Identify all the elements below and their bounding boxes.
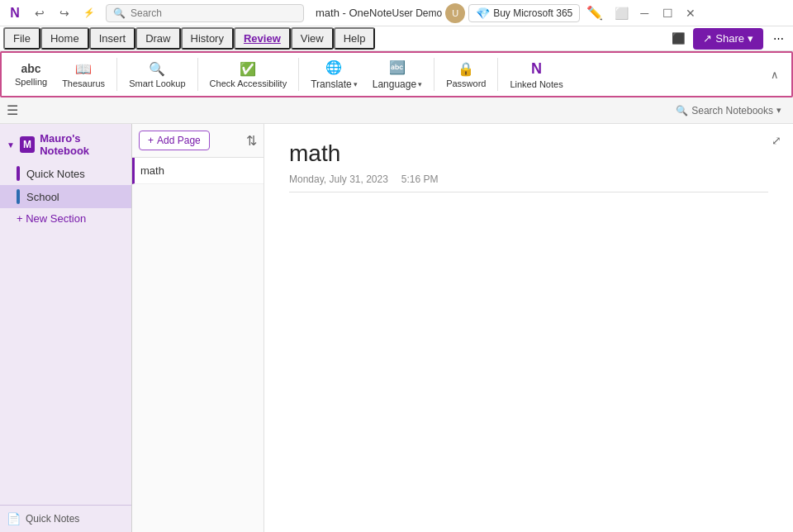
password-icon: 🔒	[458, 61, 474, 77]
autosave-button[interactable]: ⚡	[78, 3, 101, 23]
search-notebooks-bar: 🔍 Search Notebooks ▾	[671, 103, 786, 118]
menu-insert[interactable]: Insert	[89, 27, 136, 50]
language-chevron-icon: ▾	[418, 80, 422, 88]
check-accessibility-button[interactable]: ✅ Check Accessibility	[203, 58, 294, 92]
section-bar-school	[17, 189, 20, 204]
password-label: Password	[446, 78, 486, 88]
sidebar-footer[interactable]: 📄 Quick Notes	[0, 505, 131, 532]
ribbon-sep-2	[197, 58, 198, 91]
hamburger-button[interactable]: ☰	[7, 102, 18, 118]
sidebar-content: ▼ M Mauro's Notebook Quick Notes School …	[0, 124, 131, 505]
notebook-header[interactable]: ▼ M Mauro's Notebook	[0, 127, 131, 162]
language-icon: 🔤	[389, 59, 406, 75]
search-icon: 🔍	[113, 7, 126, 19]
linked-notes-icon: N	[531, 60, 542, 78]
share-icon: ↗	[703, 32, 712, 45]
search-notebooks-label: Search Notebooks	[691, 105, 773, 116]
notebooks-chevron-icon: ▾	[776, 105, 781, 116]
note-time: 5:16 PM	[401, 173, 439, 185]
title-search-box[interactable]: 🔍	[106, 4, 304, 22]
menu-help[interactable]: Help	[334, 27, 376, 50]
user-name: User Demo	[392, 7, 443, 19]
sidebar-item-quick-notes[interactable]: Quick Notes	[0, 162, 131, 185]
thesaurus-icon: 📖	[75, 61, 92, 77]
redo-button[interactable]: ↪	[53, 3, 76, 23]
notebook-view-button[interactable]: ⬜	[610, 3, 633, 23]
expand-icon: ⤢	[772, 134, 781, 147]
add-page-label: Add Page	[157, 135, 201, 146]
add-page-icon: +	[148, 135, 154, 146]
check-accessibility-label: Check Accessibility	[210, 78, 287, 88]
sort-pages-button[interactable]: ⇅	[246, 133, 257, 149]
page-item-math[interactable]: math	[132, 158, 264, 184]
share-label: Share	[715, 32, 744, 45]
menu-right: ⬛ ↗ Share ▾ ⋯	[667, 28, 790, 50]
language-button[interactable]: 🔤 Language ▾	[366, 56, 429, 93]
ribbon-sep-4	[434, 58, 434, 91]
search-notebooks-icon: 🔍	[676, 105, 688, 116]
pages-header: + Add Page ⇅	[132, 124, 264, 158]
spelling-icon: abc	[21, 62, 41, 75]
smart-lookup-label: Smart Lookup	[129, 78, 185, 88]
menu-view[interactable]: View	[291, 27, 334, 50]
note-meta: Monday, July 31, 2023 5:16 PM	[289, 173, 768, 192]
minimize-button[interactable]: ─	[633, 3, 656, 23]
add-page-button[interactable]: + Add Page	[139, 131, 210, 150]
translate-button[interactable]: 🌐 Translate ▾	[304, 56, 364, 93]
ribbon-sep-5	[497, 58, 498, 91]
translate-label: Translate	[311, 78, 352, 90]
sidebar: ▼ M Mauro's Notebook Quick Notes School …	[0, 124, 132, 532]
window-controls-left: ↩ ↪ ⚡	[28, 3, 101, 23]
school-label: School	[26, 191, 59, 203]
menu-draw[interactable]: Draw	[135, 27, 180, 50]
ribbon-sep-3	[298, 58, 299, 91]
linked-notes-button[interactable]: N Linked Notes	[503, 57, 569, 93]
note-area[interactable]: ⤢ math Monday, July 31, 2023 5:16 PM	[264, 124, 793, 532]
spelling-button[interactable]: abc Spelling	[8, 59, 54, 90]
thesaurus-label: Thesaurus	[62, 78, 105, 88]
share-button[interactable]: ↗ Share ▾	[693, 28, 763, 50]
expand-button[interactable]: ⤢	[767, 131, 786, 150]
notebook-icon: M	[20, 136, 35, 153]
smart-lookup-button[interactable]: 🔍 Smart Lookup	[122, 58, 192, 92]
ribbon-collapse-button[interactable]: ∧	[765, 64, 785, 84]
title-bar-left: N ↩ ↪ ⚡ 🔍 math - OneNote	[7, 3, 392, 23]
quick-notes-footer-label: Quick Notes	[26, 513, 79, 525]
window-controls: ⬜ ─ ☐ ✕	[610, 3, 702, 23]
notebook-expand-icon: ▼	[7, 140, 15, 150]
quick-notes-footer-icon: 📄	[7, 512, 21, 525]
sidebar-item-school[interactable]: School	[0, 185, 131, 208]
note-content[interactable]	[289, 206, 768, 454]
more-options-button[interactable]: ⋯	[767, 28, 790, 50]
new-section-label: + New Section	[17, 212, 86, 225]
language-label: Language	[373, 78, 416, 90]
check-accessibility-icon: ✅	[240, 61, 256, 77]
ms365-button[interactable]: 💎 Buy Microsoft 365	[468, 4, 580, 22]
menu-file[interactable]: File	[3, 27, 40, 50]
share-chevron-icon: ▾	[748, 32, 753, 45]
menu-home[interactable]: Home	[40, 27, 89, 50]
quick-notes-label: Quick Notes	[26, 168, 85, 180]
notebook-name: Mauro's Notebook	[40, 132, 125, 157]
linked-notes-label: Linked Notes	[510, 79, 563, 89]
title-bar-right: User Demo U 💎 Buy Microsoft 365 ✏️ ⬜ ─ ☐…	[392, 3, 703, 23]
maximize-button[interactable]: ☐	[656, 3, 679, 23]
page-math-label: math	[140, 164, 164, 177]
thesaurus-button[interactable]: 📖 Thesaurus	[55, 58, 112, 92]
menu-review[interactable]: Review	[234, 27, 291, 50]
title-bar: N ↩ ↪ ⚡ 🔍 math - OneNote User Demo U 💎 B…	[0, 0, 793, 26]
undo-button[interactable]: ↩	[28, 3, 51, 23]
note-title: math	[289, 140, 768, 167]
notebook-layout-button[interactable]: ⬛	[667, 28, 690, 50]
section-bar-quick-notes	[17, 166, 20, 181]
translate-icon: 🌐	[325, 59, 342, 75]
password-button[interactable]: 🔒 Password	[439, 58, 492, 92]
close-button[interactable]: ✕	[679, 3, 702, 23]
search-notebooks-button[interactable]: 🔍 Search Notebooks ▾	[671, 103, 786, 118]
search-input[interactable]	[131, 7, 297, 19]
menu-bar: File Home Insert Draw History Review Vie…	[0, 26, 793, 51]
notebook-panel-header: ☰ 🔍 Search Notebooks ▾	[0, 97, 793, 124]
menu-history[interactable]: History	[181, 27, 234, 50]
pen-button[interactable]: ✏️	[583, 3, 606, 23]
new-section-button[interactable]: + New Section	[0, 208, 131, 229]
